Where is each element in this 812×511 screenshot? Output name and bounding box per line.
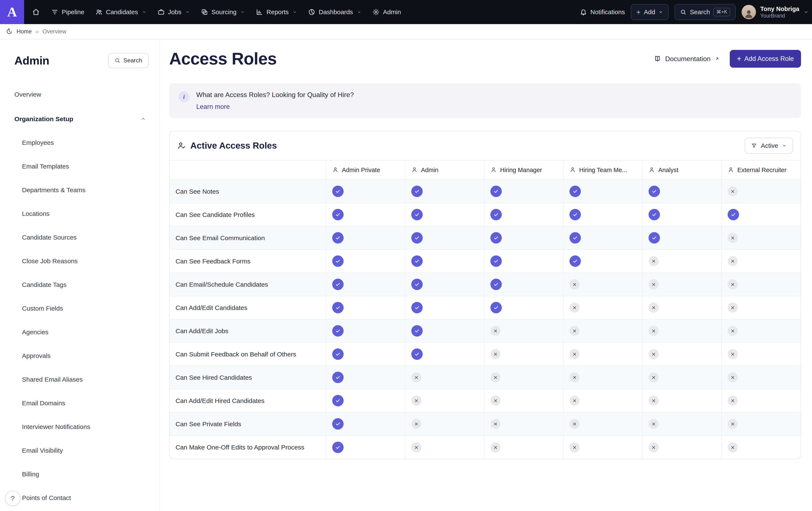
sidebar-item-approvals[interactable]: Approvals (14, 344, 148, 367)
sidebar-item-employees[interactable]: Employees (14, 131, 148, 154)
permission-denied-icon[interactable]: × (490, 419, 500, 429)
permission-denied-icon[interactable]: × (728, 256, 738, 266)
permission-denied-icon[interactable]: × (728, 419, 738, 429)
permission-granted-icon[interactable] (332, 279, 344, 290)
sidebar-item-candidate-sources[interactable]: Candidate Sources (14, 226, 148, 249)
permission-granted-icon[interactable] (332, 349, 344, 360)
permission-denied-icon[interactable]: × (728, 372, 738, 383)
nav-item-pipeline[interactable]: Pipeline (46, 4, 89, 20)
sidebar-item-billing[interactable]: Billing (14, 462, 148, 486)
search-button[interactable]: Search ⌘+K (674, 4, 736, 20)
sidebar-item-overview[interactable]: Overview (14, 83, 148, 106)
permission-denied-icon[interactable]: × (411, 419, 422, 429)
permission-denied-icon[interactable]: × (648, 303, 659, 313)
permission-granted-icon[interactable] (411, 256, 423, 267)
permission-granted-icon[interactable] (490, 186, 502, 197)
nav-item-dashboards[interactable]: Dashboards (303, 4, 367, 20)
permission-denied-icon[interactable]: × (570, 279, 580, 290)
permission-granted-icon[interactable] (411, 186, 423, 197)
permission-granted-icon[interactable] (332, 256, 344, 267)
permission-denied-icon[interactable]: × (490, 349, 500, 359)
permission-denied-icon[interactable]: × (728, 326, 738, 336)
permission-denied-icon[interactable]: × (648, 396, 659, 406)
help-button[interactable]: ? (5, 491, 20, 506)
permission-denied-icon[interactable]: × (411, 396, 422, 406)
nav-item-admin[interactable]: Admin (367, 4, 406, 20)
permission-denied-icon[interactable]: × (648, 349, 659, 359)
permission-denied-icon[interactable]: × (728, 186, 738, 197)
permission-granted-icon[interactable] (411, 279, 423, 290)
breadcrumb-home[interactable]: Home (17, 28, 32, 35)
permission-granted-icon[interactable] (332, 372, 344, 383)
sidebar-item-agencies[interactable]: Agencies (14, 320, 148, 344)
home-button[interactable] (28, 4, 45, 20)
permission-denied-icon[interactable]: × (490, 326, 500, 336)
permission-granted-icon[interactable] (332, 209, 344, 220)
permission-denied-icon[interactable]: × (570, 372, 580, 383)
permission-granted-icon[interactable] (411, 302, 423, 313)
permission-granted-icon[interactable] (570, 186, 581, 197)
permission-granted-icon[interactable] (490, 232, 502, 244)
permission-granted-icon[interactable] (411, 232, 423, 244)
permission-denied-icon[interactable]: × (570, 442, 580, 452)
permission-denied-icon[interactable]: × (648, 419, 659, 429)
permission-denied-icon[interactable]: × (490, 372, 500, 383)
permission-granted-icon[interactable] (411, 209, 423, 220)
nav-item-candidates[interactable]: Candidates (90, 4, 152, 20)
permission-granted-icon[interactable] (490, 279, 502, 290)
app-logo[interactable]: A (0, 0, 24, 24)
permission-granted-icon[interactable] (648, 232, 660, 244)
permission-granted-icon[interactable] (648, 186, 660, 197)
learn-more-link[interactable]: Learn more (196, 103, 230, 111)
sidebar-item-email-domains[interactable]: Email Domains (14, 391, 148, 415)
permission-granted-icon[interactable] (648, 209, 660, 220)
sidebar-item-candidate-tags[interactable]: Candidate Tags (14, 273, 148, 296)
sidebar-search-button[interactable]: Search (108, 53, 148, 68)
permission-denied-icon[interactable]: × (570, 303, 580, 313)
permission-granted-icon[interactable] (332, 302, 344, 313)
permission-denied-icon[interactable]: × (728, 396, 738, 406)
permission-denied-icon[interactable]: × (728, 442, 738, 452)
permission-granted-icon[interactable] (332, 232, 344, 244)
permission-denied-icon[interactable]: × (570, 419, 580, 429)
permission-denied-icon[interactable]: × (648, 442, 659, 452)
permission-denied-icon[interactable]: × (570, 326, 580, 336)
add-access-role-button[interactable]: + Add Access Role (730, 50, 801, 68)
permission-granted-icon[interactable] (570, 209, 581, 220)
permission-denied-icon[interactable]: × (648, 279, 659, 290)
nav-item-jobs[interactable]: Jobs (152, 4, 195, 20)
active-filter-button[interactable]: Active (745, 138, 793, 154)
permission-denied-icon[interactable]: × (570, 349, 580, 359)
permission-denied-icon[interactable]: × (411, 442, 422, 452)
permission-granted-icon[interactable] (332, 325, 344, 337)
permission-denied-icon[interactable]: × (411, 372, 422, 383)
history-icon[interactable] (6, 28, 13, 35)
permission-granted-icon[interactable] (490, 209, 502, 220)
sidebar-item-custom-fields[interactable]: Custom Fields (14, 296, 148, 320)
permission-granted-icon[interactable] (332, 395, 344, 407)
documentation-link[interactable]: Documentation (654, 55, 719, 63)
sidebar-item-interviewer-notifications[interactable]: Interviewer Notifications (14, 415, 148, 439)
permission-denied-icon[interactable]: × (648, 372, 659, 383)
sidebar-item-shared-email-aliases[interactable]: Shared Email Aliases (14, 367, 148, 391)
sidebar-item-email-visibility[interactable]: Email Visibility (14, 439, 148, 462)
permission-denied-icon[interactable]: × (648, 326, 659, 336)
permission-denied-icon[interactable]: × (490, 442, 500, 452)
permission-denied-icon[interactable]: × (648, 256, 659, 266)
permission-denied-icon[interactable]: × (728, 303, 738, 313)
nav-item-reports[interactable]: Reports (251, 4, 302, 20)
permission-granted-icon[interactable] (332, 442, 344, 453)
permission-granted-icon[interactable] (332, 418, 344, 430)
permission-denied-icon[interactable]: × (728, 233, 738, 243)
permission-granted-icon[interactable] (411, 349, 423, 360)
permission-granted-icon[interactable] (728, 209, 739, 220)
permission-denied-icon[interactable]: × (570, 396, 580, 406)
user-menu[interactable]: Tony Nobriga YourBrand (742, 5, 809, 19)
sidebar-item-email-templates[interactable]: Email Templates (14, 154, 148, 178)
notifications-button[interactable]: Notifications (580, 8, 625, 16)
nav-item-sourcing[interactable]: Sourcing (196, 4, 250, 20)
sidebar-item-departments-teams[interactable]: Departments & Teams (14, 178, 148, 202)
permission-granted-icon[interactable] (332, 186, 344, 197)
permission-granted-icon[interactable] (490, 256, 502, 267)
permission-granted-icon[interactable] (411, 325, 423, 337)
